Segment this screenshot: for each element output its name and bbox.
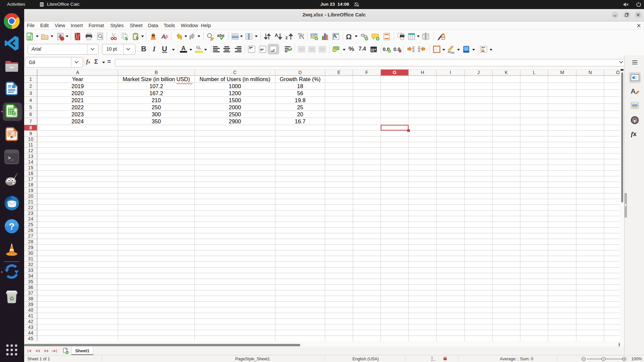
svg-text:41: 41 (28, 313, 34, 318)
svg-text:2500: 2500 (229, 111, 241, 117)
svg-text:D: D (299, 70, 302, 75)
svg-text:6: 6 (30, 112, 32, 117)
svg-text:44: 44 (28, 330, 34, 336)
svg-text:?: ? (9, 222, 15, 232)
svg-text:31: 31 (28, 256, 34, 261)
svg-text:25: 25 (28, 222, 34, 227)
svg-text:18: 18 (297, 83, 303, 89)
svg-text:E: E (337, 70, 340, 75)
svg-text:12: 12 (28, 148, 34, 153)
svg-text:35: 35 (28, 279, 34, 284)
svg-text:25: 25 (297, 104, 303, 110)
svg-text:G: G (393, 70, 397, 75)
svg-text:Year: Year (72, 76, 84, 82)
svg-text:I: I (450, 70, 451, 75)
svg-text:Growth Rate (%): Growth Rate (%) (280, 76, 321, 82)
svg-text:2020: 2020 (71, 90, 84, 96)
svg-text:4: 4 (30, 98, 32, 103)
svg-text:O: O (616, 70, 620, 75)
svg-text:19.8: 19.8 (295, 97, 306, 103)
svg-text:23: 23 (28, 210, 34, 216)
svg-text:42: 42 (28, 319, 34, 324)
svg-text:F: F (365, 70, 368, 75)
svg-text:250: 250 (152, 104, 161, 110)
svg-text:Ω: Ω (346, 33, 352, 41)
svg-text:38: 38 (28, 296, 34, 301)
svg-text:2023: 2023 (71, 111, 84, 117)
svg-text:40: 40 (28, 307, 34, 313)
svg-text:3: 3 (30, 90, 32, 96)
svg-text:M: M (560, 70, 564, 75)
svg-text:2022: 2022 (71, 104, 84, 110)
svg-text:1200: 1200 (229, 90, 241, 96)
svg-text:A: A (631, 87, 636, 95)
svg-text:43: 43 (28, 324, 34, 330)
svg-text:K: K (505, 70, 508, 75)
svg-text:350: 350 (152, 118, 161, 124)
svg-text:A: A (275, 33, 278, 38)
svg-text:L: L (533, 70, 536, 75)
svg-text:A: A (76, 70, 79, 75)
svg-text:39: 39 (28, 302, 34, 307)
svg-text:2019: 2019 (71, 83, 84, 89)
svg-text:B: B (155, 70, 158, 75)
svg-text:Number of Users (in millions): Number of Users (in millions) (200, 76, 270, 82)
svg-text:z: z (285, 35, 288, 40)
svg-text:15: 15 (28, 165, 34, 170)
svg-text:210: 210 (152, 97, 161, 103)
svg-text:7: 7 (30, 119, 32, 124)
svg-text:10: 10 (28, 136, 34, 142)
svg-text:17: 17 (28, 176, 34, 182)
svg-text:1000: 1000 (229, 83, 241, 89)
svg-text:37: 37 (28, 290, 34, 296)
svg-text:1500: 1500 (229, 97, 241, 103)
svg-text:33: 33 (28, 267, 34, 273)
svg-text:20: 20 (297, 111, 303, 117)
svg-text:34: 34 (28, 273, 34, 279)
svg-text:9: 9 (30, 131, 32, 136)
svg-text:300: 300 (152, 111, 161, 117)
svg-text:2: 2 (30, 83, 32, 89)
svg-text:2021: 2021 (71, 97, 84, 103)
svg-text:56: 56 (297, 90, 303, 96)
svg-text:2024: 2024 (71, 118, 84, 124)
svg-text:32: 32 (28, 262, 34, 267)
svg-text:26: 26 (28, 228, 34, 233)
svg-text:107.2: 107.2 (149, 83, 163, 89)
svg-text:21: 21 (28, 199, 34, 204)
svg-text:J: J (477, 70, 480, 75)
svg-text:16.7: 16.7 (295, 118, 306, 124)
svg-text:45: 45 (28, 336, 34, 341)
svg-text:20: 20 (28, 193, 34, 199)
svg-text:11: 11 (28, 142, 33, 147)
svg-text:2000: 2000 (229, 104, 241, 110)
svg-text:19: 19 (28, 188, 34, 193)
svg-text:167.2: 167.2 (149, 90, 163, 96)
svg-text:18: 18 (28, 182, 34, 187)
svg-text:2900: 2900 (229, 118, 241, 124)
svg-text:13: 13 (28, 154, 34, 159)
svg-text:♻: ♻ (9, 296, 14, 302)
svg-text:16: 16 (28, 171, 34, 176)
svg-text:Market Size (in billion USD): Market Size (in billion USD) (123, 76, 190, 82)
svg-text:8: 8 (30, 125, 32, 130)
svg-text:14: 14 (28, 159, 34, 165)
svg-text:A: A (181, 45, 185, 52)
svg-text:30: 30 (28, 250, 34, 256)
svg-text:N: N (588, 70, 592, 75)
svg-text:H: H (421, 70, 424, 75)
svg-text:28: 28 (28, 239, 34, 244)
svg-text:24: 24 (28, 216, 34, 222)
svg-text:1: 1 (30, 76, 32, 82)
svg-text:27: 27 (28, 233, 34, 239)
svg-text:>_: >_ (8, 156, 14, 161)
svg-text:C: C (233, 70, 236, 75)
svg-text:5: 5 (30, 105, 32, 110)
svg-text:29: 29 (28, 245, 34, 250)
svg-text:22: 22 (28, 205, 34, 210)
svg-text:36: 36 (28, 285, 34, 290)
